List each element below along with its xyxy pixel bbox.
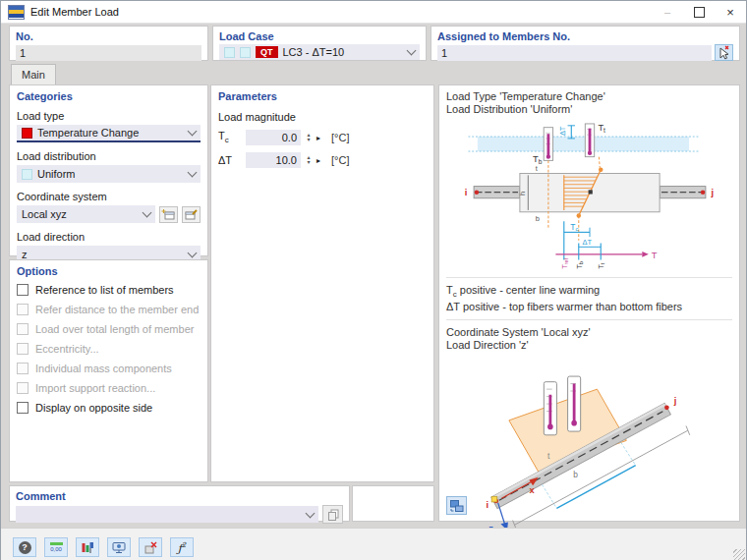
tc-row: Tc 0.0 ▴▾ ▸ [°C] <box>218 130 427 145</box>
checkbox <box>17 382 29 394</box>
no-panel: No. 1 <box>9 26 208 61</box>
new-coordinate-system-button[interactable] <box>159 206 178 223</box>
note-tc: Tc positive - center line warming <box>446 284 732 301</box>
tc-unit: [°C] <box>331 132 349 143</box>
load-distribution-select[interactable]: Uniform <box>17 165 201 183</box>
new-window-icon <box>161 208 176 221</box>
dt-unit: [°C] <box>331 154 349 166</box>
info-coordinate-system: Coordinate System 'Local xyz' <box>446 326 732 339</box>
member-orientation-diagram: i j x z t b <box>461 364 718 529</box>
tc-detail-button[interactable]: ▸ <box>316 134 324 142</box>
load-case-select[interactable]: QT LC3 - ΔT=10 <box>219 44 420 60</box>
delete-load-button[interactable] <box>139 537 162 557</box>
temperature-distribution-diagram: ΔT Tt Tb i j t h b <box>461 120 718 269</box>
decimal-text: 0,00 <box>50 546 62 552</box>
svg-text:Tc: Tc <box>570 222 578 233</box>
assigned-label: Assigned to Members No. <box>437 30 733 42</box>
svg-text:j: j <box>672 396 676 406</box>
edit-coordinate-system-button[interactable] <box>182 206 201 223</box>
comment-select[interactable] <box>16 506 318 523</box>
assigned-members-panel: Assigned to Members No. 1 <box>431 26 740 61</box>
svg-text:T: T <box>651 251 657 260</box>
chevron-down-icon <box>188 249 198 258</box>
minimize-button[interactable]: – <box>652 1 683 23</box>
svg-text:j: j <box>710 188 714 197</box>
load-case-type-badge: QT <box>256 46 278 58</box>
divider <box>446 277 732 278</box>
load-distribution-value: Uniform <box>37 168 76 180</box>
chevron-down-icon <box>143 208 152 218</box>
no-label: No. <box>16 30 201 42</box>
spacer-panel <box>352 485 434 522</box>
help-button[interactable]: ? <box>13 537 36 557</box>
load-type-label: Load type <box>17 110 201 122</box>
title-bar: Edit Member Load – × <box>1 1 746 24</box>
option-display-opposite-side[interactable]: Display on opposite side <box>17 400 201 415</box>
option-individual-mass: Individual mass components <box>17 361 201 375</box>
tab-main[interactable]: Main <box>11 64 56 84</box>
comment-title: Comment <box>16 490 343 502</box>
screen-icon <box>112 541 126 554</box>
load-case-color-swatch <box>240 47 251 58</box>
categories-title: Categories <box>17 90 201 102</box>
formula-button[interactable]: ƒ2 <box>170 537 194 557</box>
assigned-members-input[interactable]: 1 <box>437 45 712 61</box>
svg-text:i: i <box>464 188 467 197</box>
edit-window-icon <box>184 208 199 221</box>
load-type-select[interactable]: Temperature Change <box>17 125 201 142</box>
svg-text:Tref: Tref <box>559 257 568 269</box>
close-button[interactable]: × <box>715 1 746 23</box>
note-dt: ΔT positive - top fibers warmer than bot… <box>446 301 732 313</box>
window-title: Edit Member Load <box>30 6 119 18</box>
swap-diagram-button[interactable] <box>446 496 467 515</box>
checkbox <box>17 363 29 374</box>
divider <box>446 319 732 320</box>
checkbox[interactable] <box>17 284 29 296</box>
comment-copy-button[interactable] <box>322 505 343 524</box>
checkbox <box>17 323 29 335</box>
coordinate-system-select[interactable]: Local xyz <box>17 205 155 223</box>
options-title: Options <box>17 265 201 277</box>
load-case-panel: Load Case QT LC3 - ΔT=10 <box>212 26 427 61</box>
info-load-type: Load Type 'Temperature Change' <box>446 90 732 103</box>
dt-input[interactable]: 10.0 <box>246 152 301 168</box>
checkbox <box>17 343 29 355</box>
svg-text:h: h <box>517 192 526 196</box>
chevron-down-icon <box>407 46 417 56</box>
option-eccentricity: Eccentricity... <box>17 341 201 356</box>
categories-panel: Categories Load type Temperature Change … <box>9 84 208 256</box>
display-properties-button[interactable] <box>76 537 99 557</box>
option-load-over-total-length: Load over total length of member <box>17 321 201 336</box>
tc-label: Tc <box>218 130 242 144</box>
no-input: 1 <box>16 45 201 61</box>
option-import-support-reaction: Import support reaction... <box>17 380 201 395</box>
delete-icon <box>144 541 157 554</box>
svg-text:ΔT: ΔT <box>557 126 566 136</box>
checkbox[interactable] <box>17 402 29 414</box>
svg-text:Tt: Tt <box>597 262 605 269</box>
decimal-places-button[interactable]: 0,00 <box>44 537 68 557</box>
copy-icon <box>326 508 340 522</box>
maximize-button[interactable] <box>683 1 715 23</box>
load-case-value: LC3 - ΔT=10 <box>283 46 345 58</box>
tc-input[interactable]: 0.0 <box>246 130 301 145</box>
load-type-value: Temperature Change <box>37 127 139 139</box>
dt-spinner[interactable]: ▴▾ <box>305 155 313 165</box>
option-reference-to-list[interactable]: Reference to list of members <box>17 282 201 297</box>
pick-members-button[interactable] <box>715 44 733 61</box>
info-load-direction: Load Direction 'z' <box>446 339 732 352</box>
chevron-down-icon <box>188 168 198 178</box>
info-panel: Load Type 'Temperature Change' Load Dist… <box>438 84 740 522</box>
load-case-label: Load Case <box>219 30 420 42</box>
svg-text:i: i <box>486 501 488 511</box>
swap-views-icon <box>449 499 464 513</box>
resize-grip[interactable] <box>733 549 745 560</box>
parameters-panel: Parameters Load magnitude Tc 0.0 ▴▾ ▸ [°… <box>210 84 434 482</box>
preview-button[interactable] <box>107 537 131 557</box>
chevron-down-icon <box>188 127 198 137</box>
coordinate-system-label: Coordinate system <box>17 191 201 202</box>
coordinate-system-value: Local xyz <box>22 208 67 220</box>
help-icon: ? <box>19 541 31 554</box>
tc-spinner[interactable]: ▴▾ <box>305 133 313 142</box>
dt-detail-button[interactable]: ▸ <box>316 156 324 165</box>
